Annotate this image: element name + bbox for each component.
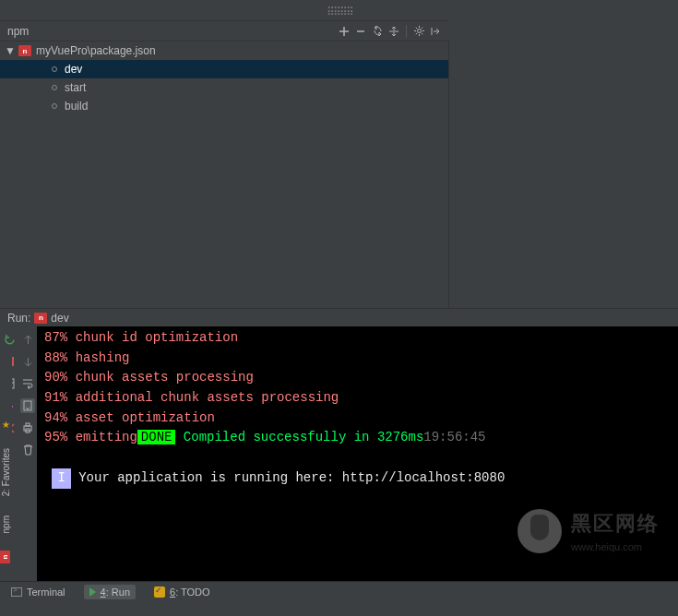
panel-splitter[interactable]	[0, 4, 678, 20]
watermark: 黑区网络 www.heiqu.com	[517, 508, 660, 555]
run-script-name: dev	[51, 312, 68, 325]
run-label: Run:	[7, 312, 30, 325]
play-icon	[89, 587, 96, 597]
bottom-tool-bar: Terminal 4: Run ✓ 6: TODO	[0, 581, 678, 602]
npm-panel-header: npm	[0, 20, 449, 41]
console-line: 90% chunk assets processing	[44, 368, 671, 388]
tab-terminal[interactable]: Terminal	[6, 585, 71, 599]
expand-all-icon[interactable]	[386, 23, 402, 40]
tab-label: Terminal	[27, 586, 65, 598]
bullet-icon	[52, 66, 57, 72]
npm-badge-icon: n	[18, 45, 31, 56]
npm-panel-title: npm	[7, 25, 29, 38]
tab-label: 4: Run	[101, 586, 130, 598]
info-badge: I	[52, 468, 70, 489]
script-label: dev	[65, 63, 82, 76]
script-item-start[interactable]: start	[0, 78, 448, 97]
watermark-logo	[517, 509, 562, 553]
remove-icon[interactable]	[352, 23, 369, 40]
todo-icon: ✓	[154, 586, 165, 598]
watermark-text-big: 黑区网络	[571, 508, 660, 539]
down-arrow-icon[interactable]	[20, 354, 35, 369]
npm-badge-icon: n	[34, 313, 47, 324]
settings-icon[interactable]	[410, 23, 427, 40]
run-tool-window-header: Run: n dev	[0, 308, 678, 326]
side-tab-favorites[interactable]: 2: Favorites	[1, 448, 11, 496]
console-output[interactable]: 87% chunk id optimization 88% hashing 90…	[37, 326, 678, 581]
terminal-icon	[11, 587, 22, 597]
chevron-down-icon[interactable]: ▼	[4, 44, 17, 57]
left-tool-strip: ★ 2: Favorites npm n	[0, 350, 12, 572]
soft-wrap-icon[interactable]	[20, 376, 35, 391]
scroll-to-end-icon[interactable]	[20, 398, 35, 413]
console-left-toolbar-2	[18, 326, 37, 581]
sync-icon[interactable]	[369, 23, 386, 40]
tab-run[interactable]: 4: Run	[84, 585, 136, 599]
script-item-build[interactable]: build	[0, 97, 448, 115]
console-info-line: I Your application is running here: http…	[44, 468, 671, 489]
npm-scripts-tree: ▼ n myVuePro\package.json dev start buil…	[0, 41, 449, 308]
tree-root-row[interactable]: ▼ n myVuePro\package.json	[0, 41, 448, 60]
collapse-icon[interactable]	[427, 23, 444, 40]
npm-badge-icon: n	[0, 551, 10, 563]
console-line: 91% additional chunk assets processing	[44, 388, 671, 409]
separator	[406, 25, 407, 38]
add-icon[interactable]	[336, 23, 352, 40]
tab-todo[interactable]: ✓ 6: TODO	[149, 585, 216, 599]
console-blank-line	[44, 448, 671, 468]
print-icon[interactable]	[20, 421, 35, 435]
bullet-icon	[52, 103, 57, 109]
star-icon: ★	[2, 420, 10, 430]
bullet-icon	[52, 85, 57, 90]
up-arrow-icon[interactable]	[20, 332, 35, 347]
svg-rect-4	[26, 423, 30, 426]
tree-root-label: myVuePro\package.json	[36, 44, 156, 57]
svg-point-0	[417, 30, 421, 33]
script-item-dev[interactable]: dev	[0, 60, 448, 78]
console-line: 88% hashing	[44, 349, 671, 369]
console-line: 87% chunk id optimization	[44, 328, 671, 349]
console-line: 94% asset optimization	[44, 409, 671, 429]
rerun-icon[interactable]	[2, 332, 17, 347]
script-label: start	[65, 81, 86, 94]
trash-icon[interactable]	[20, 443, 35, 457]
side-tab-npm[interactable]: npm	[1, 515, 11, 533]
done-badge: DONE	[137, 430, 176, 444]
watermark-text-small: www.heiqu.com	[571, 539, 660, 555]
tab-label: 6: TODO	[170, 586, 210, 598]
run-console: 87% chunk id optimization 88% hashing 90…	[0, 326, 678, 581]
console-line-emitting: 95% emittingDONE Compiled successfully i…	[44, 428, 671, 448]
script-label: build	[65, 100, 88, 113]
